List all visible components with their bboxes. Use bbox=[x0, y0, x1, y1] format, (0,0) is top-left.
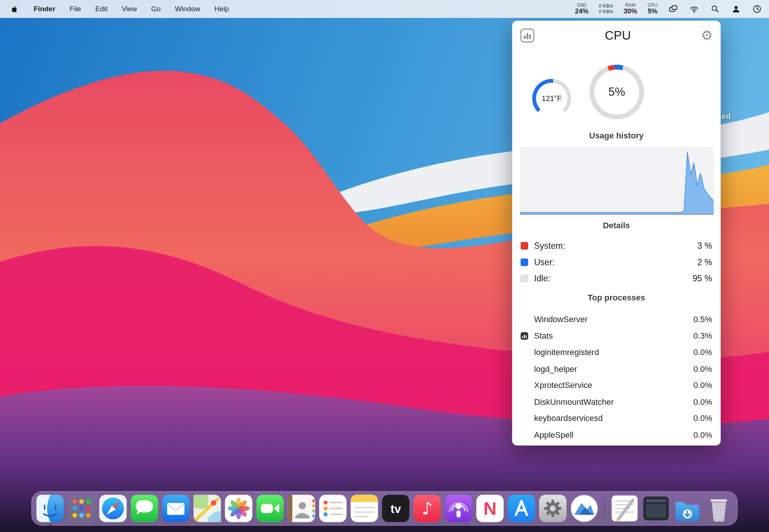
cpu-usage-gauge: 5% bbox=[589, 65, 644, 119]
status-cpu[interactable]: CPU 5% bbox=[648, 3, 658, 15]
dock-item-trash[interactable] bbox=[704, 494, 733, 523]
status-ram[interactable]: RAM 30% bbox=[624, 3, 637, 15]
user-switch-icon[interactable] bbox=[731, 4, 741, 14]
dock-item-facetime[interactable] bbox=[255, 494, 285, 523]
trash-icon bbox=[704, 494, 733, 523]
svg-text:N: N bbox=[483, 498, 496, 519]
process-name: logd_helper bbox=[534, 364, 577, 374]
cpu-value: 5% bbox=[648, 8, 658, 15]
menu-window[interactable]: Window bbox=[175, 5, 200, 13]
music-icon: ♪ bbox=[413, 494, 442, 523]
idle-color-swatch bbox=[521, 275, 528, 282]
process-name: AppleSpell bbox=[534, 430, 573, 440]
dock-item-notes[interactable] bbox=[350, 494, 379, 523]
process-value: 0.0% bbox=[693, 348, 712, 357]
dock-item-podcasts[interactable] bbox=[444, 494, 473, 523]
dock-item-music[interactable]: ♪ bbox=[413, 494, 442, 523]
reminders-icon bbox=[318, 494, 347, 523]
apple-menu[interactable] bbox=[9, 4, 19, 14]
detail-row-idle: Idle: 95 % bbox=[512, 270, 720, 287]
dock-item-news[interactable]: N bbox=[475, 494, 505, 523]
details-title: Details bbox=[512, 221, 720, 230]
dock-item-maps[interactable] bbox=[193, 494, 222, 523]
dock-item-messages[interactable] bbox=[130, 494, 159, 523]
dock-item-tv[interactable]: tv bbox=[381, 494, 410, 523]
finder-icon bbox=[36, 494, 65, 523]
dock-item-finder[interactable] bbox=[36, 494, 65, 523]
mail-icon bbox=[161, 494, 190, 523]
launchpad-icon bbox=[67, 494, 96, 523]
dark-window-icon bbox=[641, 494, 671, 523]
stats-app-dock-icon bbox=[570, 494, 599, 523]
dock-item-contacts[interactable] bbox=[287, 494, 316, 523]
dock-item-launchpad[interactable] bbox=[67, 494, 96, 523]
menu-app-name[interactable]: Finder bbox=[34, 5, 55, 13]
process-value: 0.0% bbox=[693, 430, 712, 440]
detail-label: User: bbox=[534, 257, 555, 267]
dock-item-reminders[interactable] bbox=[318, 494, 347, 523]
usage-history-title: Usage history bbox=[512, 131, 720, 141]
process-row: DiskUnmountWatcher 0.0% bbox=[512, 394, 720, 410]
process-value: 0.0% bbox=[693, 397, 712, 407]
user-color-swatch bbox=[521, 259, 528, 266]
process-row: Stats 0.3% bbox=[512, 328, 720, 344]
status-ssd[interactable]: SSD 24% bbox=[575, 3, 588, 15]
menu-bar: Finder File Edit View Go Window Help SSD… bbox=[0, 0, 769, 18]
gear-icon[interactable]: ⚙ bbox=[701, 29, 713, 42]
wifi-icon[interactable] bbox=[689, 4, 699, 14]
menu-view[interactable]: View bbox=[122, 5, 137, 13]
usage-area-line bbox=[520, 152, 714, 213]
apple-icon bbox=[11, 5, 18, 13]
network-down: 0 KB/s bbox=[599, 9, 613, 15]
temperature-gauge: 121°F bbox=[532, 79, 571, 118]
system-color-swatch bbox=[521, 242, 528, 250]
tv-icon: tv bbox=[381, 494, 410, 523]
dock-item-system-preferences[interactable] bbox=[538, 494, 567, 523]
usage-history-chart bbox=[520, 147, 714, 215]
svg-text:tv: tv bbox=[390, 502, 401, 516]
process-value: 0.0% bbox=[693, 380, 712, 390]
dock: tv ♪ N bbox=[31, 491, 738, 526]
dock-item-textedit[interactable] bbox=[610, 494, 639, 523]
clock-icon[interactable] bbox=[752, 4, 762, 14]
dock-item-safari[interactable] bbox=[98, 494, 128, 523]
process-value: 0.5% bbox=[693, 315, 712, 324]
process-name: keyboardservicesd bbox=[534, 413, 603, 423]
dock-item-mail[interactable] bbox=[161, 494, 190, 523]
menu-help[interactable]: Help bbox=[214, 5, 229, 13]
app-store-icon bbox=[507, 494, 536, 523]
process-name: XprotectService bbox=[534, 380, 592, 390]
detail-label: Idle: bbox=[534, 273, 550, 284]
network-up: 0 KB/s bbox=[599, 3, 613, 9]
dock-item-app-store[interactable] bbox=[507, 494, 536, 523]
process-row: AppleSpell 0.0% bbox=[512, 427, 720, 443]
process-row: loginitemregisterd 0.0% bbox=[512, 344, 720, 361]
detail-label: System: bbox=[534, 241, 565, 251]
podcasts-icon bbox=[444, 494, 473, 523]
menu-edit[interactable]: Edit bbox=[95, 5, 108, 13]
dock-item-photos[interactable] bbox=[224, 494, 253, 523]
detail-value: 95 % bbox=[693, 273, 712, 284]
activity-chart-icon[interactable] bbox=[520, 28, 535, 43]
safari-icon bbox=[98, 494, 128, 523]
displays-icon[interactable] bbox=[668, 4, 678, 14]
facetime-icon bbox=[255, 494, 285, 523]
textedit-icon bbox=[610, 494, 639, 523]
process-value: 0.0% bbox=[693, 364, 712, 374]
detail-row-system: System: 3 % bbox=[512, 238, 720, 254]
stats-app-icon bbox=[521, 332, 528, 340]
status-network[interactable]: 0 KB/s 0 KB/s bbox=[599, 3, 613, 15]
dock-item-downloads[interactable] bbox=[673, 494, 702, 523]
menu-file[interactable]: File bbox=[70, 5, 81, 13]
dock-item-stats[interactable] bbox=[570, 494, 599, 523]
stats-cpu-panel: CPU ⚙ 121°F 5% Usage history Details Sys… bbox=[512, 21, 721, 446]
process-row: keyboardservicesd 0.0% bbox=[512, 410, 720, 426]
dock-item-dark-window[interactable] bbox=[641, 494, 671, 523]
desktop-icon-label-partial[interactable]: ed bbox=[721, 112, 731, 121]
spotlight-icon[interactable] bbox=[710, 4, 720, 14]
messages-icon bbox=[130, 494, 159, 523]
news-icon: N bbox=[475, 494, 505, 523]
detail-value: 2 % bbox=[697, 257, 712, 267]
menu-go[interactable]: Go bbox=[151, 5, 160, 13]
process-name: Stats bbox=[534, 331, 553, 341]
